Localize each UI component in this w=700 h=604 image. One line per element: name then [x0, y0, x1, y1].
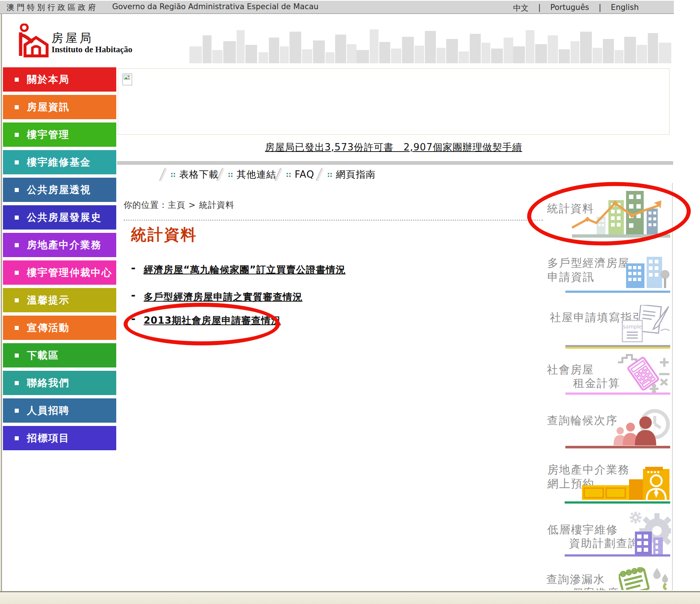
- square-bullet-icon: [15, 188, 19, 192]
- promo-label: 社會房屋: [547, 362, 594, 377]
- tab-marker: ::: [228, 170, 233, 179]
- tab-marker: ::: [170, 170, 175, 179]
- page-left-border: [1, 13, 2, 591]
- promo-leak-enquiry[interactable]: 查詢滲漏水 個案進度: [537, 566, 672, 590]
- sidebar-item-about[interactable]: 關於本局: [3, 67, 116, 92]
- tab-faq: :: FAQ: [277, 166, 314, 182]
- list-item: - 多戶型經濟房屋申請之實質審查情況: [131, 291, 302, 303]
- promo-underline: [565, 291, 670, 293]
- square-bullet-icon: [15, 133, 19, 137]
- tab-other-links: :: 其他連結: [219, 166, 276, 182]
- blue-buildings-icon: [625, 257, 670, 290]
- promo-underline: [565, 554, 670, 557]
- right-rail-divider: [672, 183, 673, 590]
- promo-label: 查詢輪候次序: [547, 413, 618, 428]
- sidebar-item-tips[interactable]: 溫馨提示: [3, 288, 116, 312]
- dash-bullet: -: [131, 291, 135, 300]
- bureau-name-zh: 房屋局: [51, 30, 93, 46]
- dash-bullet: -: [131, 314, 135, 324]
- window-bottom-strip: [0, 591, 700, 604]
- banner-placeholder-box: [118, 68, 669, 135]
- stat-link-sale-deeds[interactable]: 經濟房屋“萬九輪候家團”訂立買賣公證書情況: [143, 263, 345, 276]
- agent-booking-icon: [582, 467, 671, 501]
- slash-separator-icon: [159, 168, 166, 181]
- sidebar-item-public-housing[interactable]: 公共房屋透視: [3, 178, 116, 202]
- square-bullet-icon: [15, 409, 19, 413]
- lang-chinese[interactable]: 中文: [513, 3, 529, 13]
- language-switcher: 中文 | Português | English: [513, 3, 639, 13]
- dash-bullet: -: [131, 263, 135, 273]
- lang-portuguese[interactable]: Português: [550, 3, 589, 13]
- leak-notepad-icon: [619, 567, 671, 590]
- promo-form-guide[interactable]: 社屋申請填寫指引 sample: [537, 306, 672, 351]
- statistics-buildings-chart-icon: [570, 183, 672, 240]
- tab-forms-download: :: 表格下載: [162, 166, 219, 182]
- housing-bureau-logo-icon[interactable]: [17, 24, 49, 57]
- ticker-link[interactable]: 房屋局已發出3,573份許可書 2,907個家團辦理做契手續: [265, 142, 522, 153]
- tab-marker: ::: [327, 170, 332, 179]
- sidebar-item-arbitration[interactable]: 樓宇管理仲裁中心: [3, 260, 116, 285]
- lang-separator: |: [538, 3, 541, 13]
- square-bullet-icon: [15, 105, 19, 109]
- lang-separator: |: [599, 3, 601, 13]
- promo-label: 查詢滲漏水: [546, 572, 605, 587]
- pink-calculator-icon: [617, 351, 671, 394]
- svg-text:sample: sample: [623, 324, 642, 330]
- broken-image-icon: [122, 74, 132, 85]
- lang-english[interactable]: English: [611, 3, 639, 13]
- promo-agent-booking[interactable]: 房地產中介業務 網上預約: [537, 462, 672, 505]
- square-bullet-icon: [15, 271, 19, 275]
- promo-label: 租金計算: [573, 376, 620, 391]
- tab-link[interactable]: 網頁指南: [336, 168, 376, 181]
- section-divider-bar: [117, 161, 673, 165]
- promo-repair-scheme[interactable]: 低層樓宇維修 資助計劃查詢: [537, 509, 672, 558]
- sidebar-item-repair-fund[interactable]: 樓宇維修基金: [3, 150, 116, 174]
- tab-link[interactable]: 其他連結: [237, 168, 276, 181]
- sidebar-item-promotions[interactable]: 宣傳活動: [3, 316, 116, 340]
- sidebar-item-tenders[interactable]: 招標項目: [3, 426, 116, 450]
- list-item: - 2013期社會房屋申請審查情況: [131, 314, 281, 327]
- promo-label: 個案進度: [572, 586, 619, 590]
- dotted-divider: [124, 220, 543, 221]
- promo-underline: [565, 446, 670, 448]
- square-bullet-icon: [15, 436, 19, 440]
- gov-title-zh: 澳 門 特 別 行 政 區 政 府: [7, 2, 96, 13]
- gov-title-pt: Governo da Região Administrativa Especia…: [112, 2, 319, 11]
- square-bullet-icon: [15, 353, 19, 358]
- promo-label: 低層樓宇維修: [547, 522, 618, 537]
- tab-marker: ::: [286, 170, 291, 179]
- promo-rent-calculator[interactable]: 社會房屋 租金計算: [537, 351, 672, 397]
- promo-label: 多戶型經濟房屋: [547, 256, 630, 271]
- slash-separator-icon: [316, 168, 322, 181]
- promo-underline: [565, 392, 670, 395]
- promo-economic-housing-info[interactable]: 多戶型經濟房屋 申請資訊: [537, 254, 672, 294]
- square-bullet-icon: [15, 298, 19, 302]
- news-ticker: 房屋局已發出3,573份許可書 2,907個家團辦理做契手續: [118, 141, 669, 154]
- promo-label: 申請資訊: [547, 270, 594, 285]
- sidebar-item-recruitment[interactable]: 人員招聘: [3, 398, 116, 423]
- square-bullet-icon: [15, 381, 19, 385]
- queue-people-clock-icon: [610, 406, 671, 447]
- sidebar-item-housing-history[interactable]: 公共房屋發展史: [3, 205, 116, 230]
- square-bullet-icon: [15, 243, 19, 247]
- sidebar-item-housing-info[interactable]: 房屋資訊: [3, 95, 116, 119]
- list-item: - 經濟房屋“萬九輪候家團”訂立買賣公證書情況: [131, 263, 346, 276]
- sidebar-item-estate-agency[interactable]: 房地產中介業務: [3, 233, 116, 257]
- square-bullet-icon: [15, 216, 19, 220]
- tab-link[interactable]: 表格下載: [179, 168, 219, 181]
- square-bullet-icon: [15, 326, 19, 330]
- stat-link-economic-housing-review[interactable]: 多戶型經濟房屋申請之實質審查情況: [143, 291, 302, 303]
- form-writing-icon: sample: [617, 305, 671, 344]
- tab-link[interactable]: FAQ: [295, 169, 314, 180]
- promo-underline: [565, 501, 670, 504]
- promo-queue-status[interactable]: 查詢輪候次序: [537, 406, 672, 450]
- sidebar-item-building-mgmt[interactable]: 樓宇管理: [3, 122, 116, 147]
- promo-underline: [565, 347, 670, 349]
- stat-link-2013-social-housing[interactable]: 2013期社會房屋申請審查情況: [143, 314, 281, 327]
- bureau-name-pt: Instituto de Habitação: [51, 45, 132, 54]
- page-title: 統計資料: [131, 224, 197, 245]
- sidebar-item-contact[interactable]: 聯絡我們: [3, 371, 116, 395]
- breadcrumb: 你的位置：主頁 > 統計資料: [124, 199, 234, 211]
- promo-statistics[interactable]: 統計資料: [537, 183, 672, 244]
- sidebar-item-downloads[interactable]: 下載區: [3, 343, 116, 367]
